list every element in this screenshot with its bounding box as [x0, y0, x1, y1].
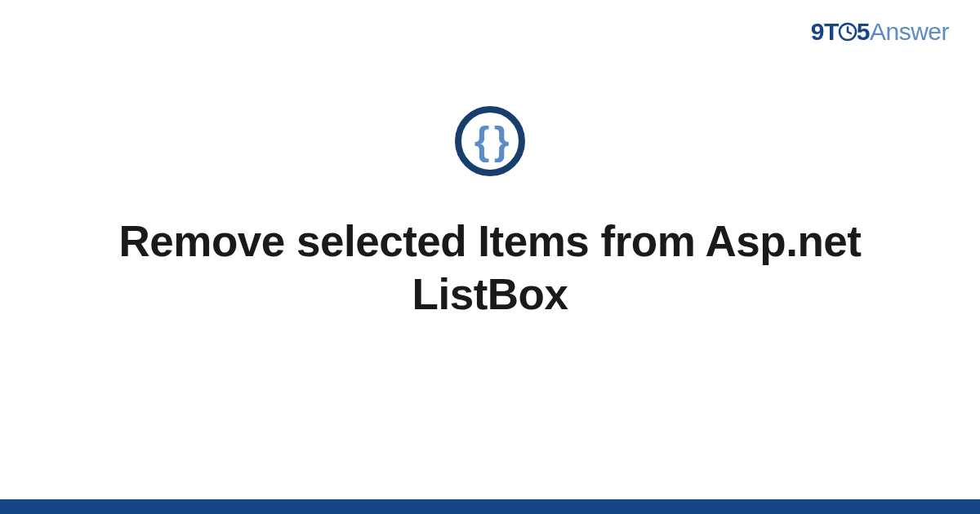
site-logo: 9T5Answer	[811, 18, 949, 46]
svg-line-2	[848, 32, 851, 33]
code-braces-icon: { }	[474, 122, 506, 161]
logo-text-9t: 9T	[811, 18, 839, 45]
logo-text-5: 5	[857, 18, 870, 45]
logo-text-answer: Answer	[870, 18, 949, 45]
page-title: Remove selected Items from Asp.net ListB…	[82, 215, 898, 321]
category-icon-circle: { }	[455, 106, 525, 176]
clock-icon	[838, 22, 858, 42]
main-content: { } Remove selected Items from Asp.net L…	[0, 106, 980, 321]
footer-bar	[0, 499, 980, 514]
